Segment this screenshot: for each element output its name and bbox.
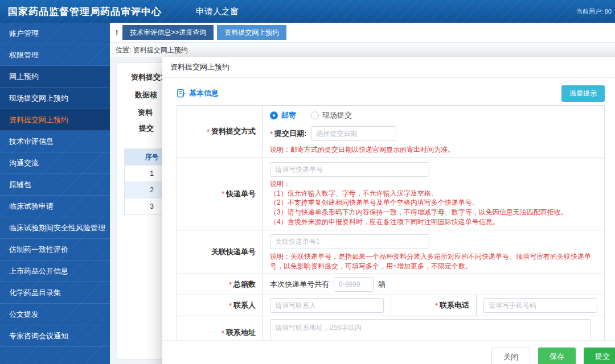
contact-phone-content xyxy=(476,295,604,316)
contact-person-label: * 联系人 xyxy=(177,295,263,316)
sidebar-item-communication[interactable]: 沟通交流 xyxy=(0,152,110,174)
tab-bar: ! 技术审评信息>>进度查询 资料提交网上预约 xyxy=(110,23,615,43)
method-radio-group: 邮寄 现场提交 xyxy=(270,109,597,122)
form-row-tracking: * 快递单号 说明： （1）仅允许输入数字、字母，不允许输入汉字及空格。 （2）… xyxy=(177,158,604,230)
tracking-note-item: （1）仅允许输入数字、字母，不允许输入汉字及空格。 xyxy=(270,189,597,198)
submit-button[interactable]: 提交 xyxy=(584,348,615,364)
submit-date-input[interactable] xyxy=(311,126,396,141)
method-label: * 资料提交方式 xyxy=(177,106,263,158)
tracking-note-title: 说明： xyxy=(270,179,597,189)
submit-date-label: 提交日期: xyxy=(274,129,306,139)
app-title: 国家药品监督管理局药品审评中心 xyxy=(8,5,162,18)
sidebar-item-chemical-catalog[interactable]: 化学药品目录集 xyxy=(0,282,110,304)
sidebar-item-official-docs[interactable]: 公文提发 xyxy=(0,304,110,325)
booking-form: * 资料提交方式 邮寄 现场提交 xyxy=(177,105,605,350)
material-booking-dialog: 资料提交网上预约 基本信息 温馨提示 * xyxy=(162,57,615,364)
related-content: 说明：关联快递单号，是指如果一个品种资料分装入多箱所对应的不同快递单号。须填写所… xyxy=(263,230,604,274)
required-mark: * xyxy=(435,301,438,310)
sidebar-item-permission[interactable]: 权限管理 xyxy=(0,44,110,66)
contact-address-label-text: 联系地址 xyxy=(226,328,256,338)
basic-info-section-header: 基本信息 温馨提示 xyxy=(177,85,605,102)
bg-form-label: 数据核 xyxy=(135,90,157,100)
sidebar-item-onsite-booking[interactable]: 现场提交网上预约 xyxy=(0,88,110,109)
tracking-content: 说明： （1）仅允许输入数字、字母，不允许输入汉字及空格。 （2）不支持重复创建… xyxy=(263,158,604,230)
form-row-related: 关联快递单号 说明：关联快递单号，是指如果一个品种资料分装入多箱所对应的不同快递… xyxy=(177,230,604,275)
tracking-label-text: 快递单号 xyxy=(226,189,256,199)
app-header: 国家药品监督管理局药品审评中心 申请人之窗 当前用户: 80 xyxy=(0,0,615,23)
tab-tech-review-progress[interactable]: 技术审评信息>>进度查询 xyxy=(122,25,214,40)
boxes-count-input[interactable] xyxy=(334,277,374,292)
tracking-number-input[interactable] xyxy=(270,162,429,177)
method-label-text: 资料提交方式 xyxy=(211,126,256,136)
tracking-notes: 说明： （1）仅允许输入数字、字母，不允许输入汉字及空格。 （2）不支持重复创建… xyxy=(270,179,597,227)
required-mark: * xyxy=(222,329,224,337)
related-label-text: 关联快递单号 xyxy=(211,247,256,257)
save-button[interactable]: 保存 xyxy=(538,348,576,364)
sidebar-item-raw-materials[interactable]: 原辅包 xyxy=(0,174,110,196)
form-row-contact: * 联系人 * 联系电话 xyxy=(177,295,604,316)
contact-person-content xyxy=(263,295,391,316)
related-label: 关联快递单号 xyxy=(177,230,263,274)
sidebar-item-tech-review[interactable]: 技术审评信息 xyxy=(0,131,110,152)
close-button[interactable]: 关闭 xyxy=(491,348,530,364)
section-title: 基本信息 xyxy=(189,88,219,98)
sidebar-item-expert-meeting[interactable]: 专家咨询会议通知 xyxy=(0,325,110,347)
radio-mail[interactable]: 邮寄 xyxy=(270,110,296,121)
sidebar: 账户管理 权限管理 网上预约 现场提交网上预约 资料提交网上预约 技术审评信息 … xyxy=(0,23,110,364)
basic-info-icon xyxy=(177,89,186,98)
contact-person-input[interactable] xyxy=(270,298,384,313)
contact-person-label-text: 联系人 xyxy=(233,300,256,311)
boxes-suffix: 箱 xyxy=(378,279,386,289)
sidebar-item-online-booking[interactable]: 网上预约 xyxy=(0,66,110,88)
submit-date-line: * 提交日期: xyxy=(270,126,597,141)
current-user: 当前用户: 80 xyxy=(576,7,612,16)
alert-icon: ! xyxy=(116,28,118,37)
contact-phone-label-text: 联系电话 xyxy=(440,300,469,311)
required-mark: * xyxy=(229,280,232,289)
portal-title: 申请人之窗 xyxy=(196,6,239,17)
boxes-prefix: 本次快递单号共有 xyxy=(270,279,329,289)
radio-mail-label: 邮寄 xyxy=(281,110,296,121)
breadcrumb: 位置: 资料提交网上预约 xyxy=(110,43,615,58)
method-note: 说明：邮寄方式的提交日期以快递官网显示的寄出时间为准。 xyxy=(270,145,597,155)
required-mark: * xyxy=(229,301,232,310)
dialog-footer: 关闭 保存 提交 xyxy=(162,340,615,364)
tab-material-booking[interactable]: 资料提交网上预约 xyxy=(217,25,286,40)
form-row-boxes: * 总箱数 本次快递单号共有 箱 xyxy=(177,274,604,295)
related-note: 说明：关联快递单号，是指如果一个品种资料分装入多箱所对应的不同快递单号。须填写所… xyxy=(270,252,597,271)
sidebar-item-marketed-drug-info[interactable]: 上市药品公开信息 xyxy=(0,260,110,282)
required-mark: * xyxy=(222,189,224,198)
contact-phone-label: * 联系电话 xyxy=(391,295,476,316)
dialog-title: 资料提交网上预约 xyxy=(162,57,615,78)
related-tracking-input[interactable] xyxy=(270,234,429,249)
boxes-label: * 总箱数 xyxy=(177,274,263,295)
sidebar-item-clinical-trial[interactable]: 临床试验申请 xyxy=(0,196,110,217)
screen: 国家药品监督管理局药品审评中心 申请人之窗 当前用户: 80 账户管理 权限管理… xyxy=(0,0,615,364)
radio-onsite[interactable]: 现场提交 xyxy=(311,110,352,121)
sidebar-item-account[interactable]: 账户管理 xyxy=(0,23,110,44)
boxes-label-text: 总箱数 xyxy=(233,279,256,289)
sidebar-item-material-booking[interactable]: 资料提交网上预约 xyxy=(0,109,110,131)
radio-unselected-icon xyxy=(311,111,319,119)
tracking-note-item: （2）不支持重复创建相同快递单号及单个空格内填写多个快递单号。 xyxy=(270,198,597,208)
radio-selected-icon xyxy=(270,111,278,119)
contact-phone-input[interactable] xyxy=(483,298,597,313)
dialog-body: 基本信息 温馨提示 * 资料提交方式 邮寄 xyxy=(162,78,615,350)
tracking-note-item: （3）请与快递单条形码下方内容保持一致，不得增减字母、数字等，以免因信息无法匹配… xyxy=(270,208,597,217)
bg-form-label: 提交 xyxy=(139,123,154,134)
tracking-note-item: （4）含境外来源的申报资料时，应在备注项下同时注明国际快递单号信息。 xyxy=(270,217,597,227)
sidebar-item-clinical-safety[interactable]: 临床试验期间安全性风险管理 xyxy=(0,217,110,239)
bg-form-label: 资料 xyxy=(138,107,153,118)
sidebar-item-generic-consistency[interactable]: 仿制药一致性评价 xyxy=(0,239,110,260)
method-content: 邮寄 现场提交 * 提交日期: 说明：邮寄方式的提交日期 xyxy=(263,106,604,158)
required-mark: * xyxy=(207,127,210,136)
warm-tip-button[interactable]: 温馨提示 xyxy=(561,85,605,102)
boxes-content: 本次快递单号共有 箱 xyxy=(263,274,604,295)
required-mark: * xyxy=(270,130,273,138)
radio-onsite-label: 现场提交 xyxy=(322,110,352,121)
boxes-inline: 本次快递单号共有 箱 xyxy=(270,277,597,292)
form-row-method: * 资料提交方式 邮寄 现场提交 xyxy=(177,106,604,158)
tracking-label: * 快递单号 xyxy=(177,158,263,230)
